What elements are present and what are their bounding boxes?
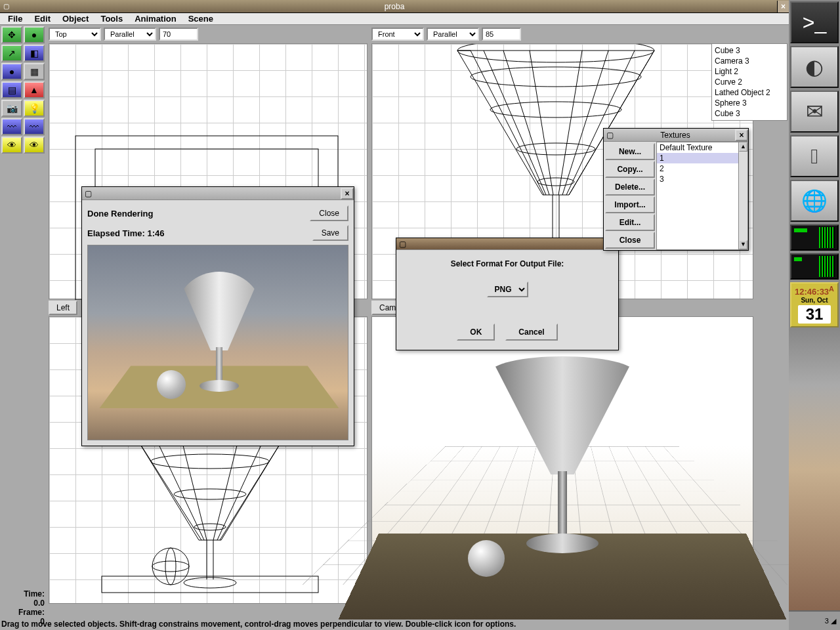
ok-button[interactable]: OK: [457, 324, 495, 341]
viewport-front-header: Front Parallel: [371, 26, 521, 42]
gnustep-icon[interactable]: ◐: [790, 46, 839, 88]
textures-new-button[interactable]: New...: [605, 143, 655, 160]
render-titlebar[interactable]: ▢ ×: [82, 187, 354, 200]
tool-eye-rotate-icon[interactable]: 👁: [24, 136, 45, 154]
clock-day: 31: [798, 305, 831, 324]
mail-icon[interactable]: ✉: [790, 91, 839, 133]
view-select-top[interactable]: Top: [49, 28, 101, 41]
format-select[interactable]: PNG: [487, 282, 528, 297]
close-button[interactable]: Close: [310, 205, 348, 221]
textures-edit-button[interactable]: Edit...: [605, 214, 655, 231]
menu-tools[interactable]: Tools: [95, 12, 128, 25]
zoom-input-top[interactable]: [159, 28, 198, 41]
textures-window[interactable]: ▢ Textures × New... Copy... Delete... Im…: [603, 128, 749, 251]
tool-light-icon[interactable]: 💡: [24, 100, 45, 117]
format-titlebar[interactable]: ▢ ×: [396, 238, 618, 250]
svg-point-19: [184, 578, 236, 588]
texture-item[interactable]: 1: [657, 153, 747, 163]
tool-camera-icon[interactable]: 📷: [1, 100, 22, 117]
close-icon[interactable]: ×: [735, 129, 748, 141]
window-menu-icon[interactable]: ▢: [604, 131, 616, 140]
scroll-up-icon[interactable]: ▲: [739, 142, 747, 152]
list-item[interactable]: Sphere 3: [713, 98, 786, 108]
textures-titlebar[interactable]: ▢ Textures ×: [604, 129, 748, 142]
svg-rect-23: [102, 576, 318, 593]
format-message: Select Format For Output File:: [406, 259, 609, 268]
view-select-front[interactable]: Front: [371, 28, 424, 41]
svg-point-5: [457, 44, 654, 62]
tool-palette: ✥ ● ↗ ◧ ● ▦ ▤ ▲ 📷 💡 〰 〰 👁 👁 Time: 0.0 Fr…: [0, 25, 46, 630]
list-item[interactable]: Lathed Object 2: [713, 87, 786, 98]
clock-time: 12:46:33: [795, 287, 829, 297]
textures-delete-button[interactable]: Delete...: [605, 178, 655, 196]
zoom-input-front[interactable]: [482, 28, 521, 41]
svg-point-8: [516, 143, 595, 155]
list-item[interactable]: Cube 3: [713, 108, 786, 119]
menu-scene[interactable]: Scene: [183, 12, 219, 25]
proj-select-front[interactable]: Parallel: [427, 28, 479, 41]
tool-curve-icon[interactable]: 〰: [1, 118, 22, 135]
menu-edit[interactable]: Edit: [29, 12, 56, 25]
gnu-icon[interactable]: 𓃵: [790, 135, 839, 177]
terminal-icon[interactable]: >_: [790, 1, 839, 43]
time-label: Time:: [1, 589, 45, 598]
dock-tray[interactable]: 3 ◢: [789, 610, 840, 630]
tool-box-icon[interactable]: ▦: [24, 63, 45, 80]
system-meter[interactable]: [790, 253, 839, 280]
list-item[interactable]: Light 2: [713, 66, 786, 77]
svg-point-22: [165, 548, 176, 585]
render-elapsed: Elapsed Time: 1:46: [87, 228, 312, 238]
svg-point-20: [152, 548, 189, 585]
svg-point-14: [151, 454, 269, 469]
list-item[interactable]: Cube 3: [713, 45, 786, 56]
scroll-down-icon[interactable]: ▼: [739, 240, 747, 249]
menu-file[interactable]: File: [3, 12, 28, 25]
save-button[interactable]: Save: [312, 225, 348, 241]
viewport-left-tab[interactable]: Left: [49, 301, 77, 315]
texture-item[interactable]: Default Texture: [657, 142, 747, 153]
time-value: 0.0: [1, 598, 45, 608]
window-menu-icon[interactable]: ▢: [82, 189, 94, 198]
tool-cone-icon[interactable]: ▲: [24, 81, 45, 98]
dock-background: [789, 329, 840, 610]
system-meter[interactable]: [790, 224, 839, 251]
close-icon[interactable]: ×: [777, 1, 789, 12]
texture-item[interactable]: 3: [657, 174, 747, 184]
textures-import-button[interactable]: Import...: [605, 196, 655, 213]
tool-edit-icon[interactable]: ↗: [1, 45, 22, 62]
svg-point-21: [152, 561, 189, 572]
close-icon[interactable]: ×: [341, 188, 354, 200]
list-item[interactable]: Camera 3: [713, 56, 786, 66]
textures-list[interactable]: Default Texture 1 2 3 ▲ ▼: [656, 142, 748, 250]
cancel-button[interactable]: Cancel: [505, 324, 557, 341]
menu-animation[interactable]: Animation: [129, 12, 182, 25]
window-menu-icon[interactable]: ▢: [0, 1, 12, 12]
dock: >_ ◐ ✉ 𓃵 🌐 12:46:33A Sun, Oct 31 3 ◢: [789, 0, 840, 630]
titlebar[interactable]: ▢ proba ×: [0, 0, 789, 13]
output-format-dialog[interactable]: ▢ × Select Format For Output File: PNG O…: [396, 238, 619, 350]
tool-grid-icon[interactable]: ▤: [1, 81, 22, 98]
window-menu-icon[interactable]: ▢: [396, 240, 408, 249]
texture-item[interactable]: 2: [657, 163, 747, 174]
scrollbar[interactable]: ▲ ▼: [738, 142, 747, 249]
textures-close-button[interactable]: Close: [605, 232, 655, 249]
globe-icon[interactable]: 🌐: [790, 180, 839, 222]
clock[interactable]: 12:46:33A Sun, Oct 31: [790, 282, 839, 327]
proj-select-top[interactable]: Parallel: [104, 28, 156, 41]
viewport-camera[interactable]: [371, 316, 753, 604]
tool-eye-move-icon[interactable]: 👁: [1, 136, 22, 154]
clock-date: Sun, Oct: [793, 297, 836, 304]
list-item[interactable]: Curve 2: [713, 77, 786, 87]
svg-point-6: [471, 67, 641, 87]
tool-ball-icon[interactable]: ●: [1, 63, 22, 80]
scene-object-list[interactable]: Cube 3 Camera 3 Light 2 Curve 2 Lathed O…: [711, 43, 788, 121]
tool-sphere-icon[interactable]: ●: [24, 26, 45, 43]
textures-copy-button[interactable]: Copy...: [605, 161, 655, 178]
tool-cube-icon[interactable]: ◧: [24, 45, 45, 62]
menu-object[interactable]: Object: [57, 12, 94, 25]
svg-point-9: [537, 178, 574, 186]
tool-curve2-icon[interactable]: 〰: [24, 118, 45, 135]
render-result-window[interactable]: ▢ × Done Rendering Close Elapsed Time: 1…: [81, 186, 354, 446]
tool-move-icon[interactable]: ✥: [1, 26, 22, 43]
render-status: Done Rendering: [87, 209, 310, 219]
